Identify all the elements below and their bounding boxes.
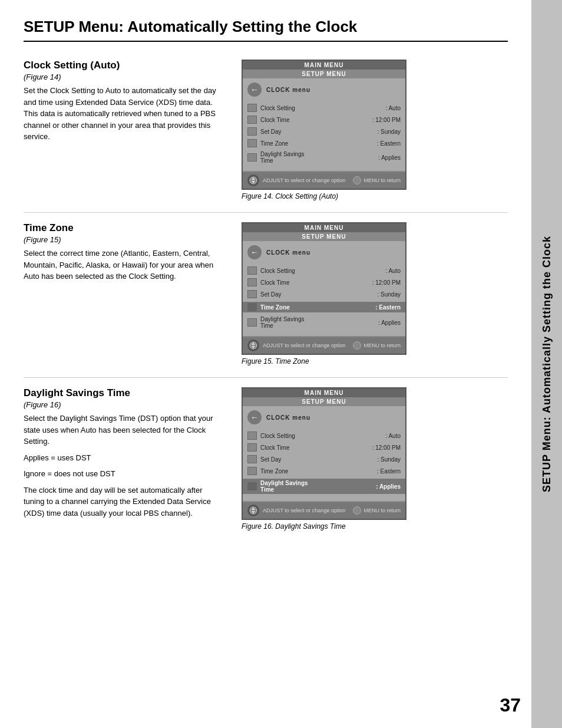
section-body-clock: Set the Clock Setting to Auto to automat… — [24, 85, 224, 143]
dst-body-ignore: Ignore = does not use DST — [24, 468, 224, 480]
clock-menu-label-16: CLOCK menu — [266, 414, 310, 421]
menu-item-16-clock-time: Clock Time : 12:00 PM — [247, 443, 401, 452]
section-figure-label-15: (Figure 15) — [24, 235, 224, 244]
figure-caption-14: Figure 14. Clock Setting (Auto) — [242, 192, 508, 200]
menu-main-title-16: MAIN MENU — [243, 388, 405, 397]
menu-item-label-clock-setting: Clock Setting — [260, 105, 382, 111]
adjust-icon — [247, 174, 259, 186]
menu-item-icon — [247, 116, 257, 124]
menu-mockup-fig14: MAIN MENU SETUP MENU ← CLOCK menu Clock … — [242, 60, 406, 190]
menu-footer-15: ADJUST to select or change option MENU t… — [243, 337, 405, 354]
menu-mockup-fig16: MAIN MENU SETUP MENU ← CLOCK menu Clock … — [242, 387, 406, 520]
menu-footer-16: ADJUST to select or change option MENU t… — [243, 502, 405, 519]
menu-setup-title-15: SETUP MENU — [243, 232, 405, 242]
menu-item-icon — [247, 139, 257, 147]
menu-item-15-clock-time: Clock Time : 12:00 PM — [247, 278, 401, 286]
menu-footer-return-text: MENU to return — [363, 177, 401, 183]
menu-item-label-set-day: Set Day — [260, 129, 374, 135]
clock-icon: ← — [247, 83, 262, 97]
section-body-timezone: Select the correct time zone (Atlantic, … — [24, 248, 224, 282]
menu-footer-return: MENU to return — [353, 176, 401, 185]
divider-1 — [24, 212, 508, 213]
menu-item-value-dst: : Applies — [378, 154, 401, 161]
clock-menu-label-15: CLOCK menu — [266, 249, 310, 256]
section-title-clock: Clock Setting (Auto) — [24, 60, 224, 71]
menu-item-16-time-zone: Time Zone : Eastern — [247, 467, 401, 475]
menu-footer: ADJUST to select or change option MENU t… — [243, 172, 405, 189]
clock-icon-15: ← — [247, 245, 262, 259]
menu-item-clock-setting: Clock Setting : Auto — [247, 104, 401, 112]
menu-footer-adjust-text: ADJUST to select or change option — [263, 177, 349, 183]
adjust-icon-15 — [247, 340, 259, 351]
menu-item-icon — [247, 153, 257, 162]
menu-main-title-15: MAIN MENU — [243, 223, 405, 232]
menu-item-value-clock-time: : 12:00 PM — [372, 117, 401, 123]
section-clock-setting: Clock Setting (Auto) (Figure 14) Set the… — [24, 60, 508, 200]
menu-setup-title: SETUP MENU — [243, 70, 405, 79]
section-title-dst: Daylight Savings Time — [24, 387, 224, 399]
page-number: 37 — [500, 694, 521, 716]
menu-item-value-time-zone: : Eastern — [377, 140, 401, 147]
menu-item-value-clock-setting: : Auto — [385, 105, 401, 111]
menu-item-time-zone: Time Zone : Eastern — [247, 139, 401, 147]
menu-item-16-set-day: Set Day : Sunday — [247, 455, 401, 463]
menu-item-dst: Daylight SavingsTime : Applies — [247, 151, 401, 164]
menu-footer-return-16: MENU to return — [353, 506, 401, 515]
menu-item-value-set-day: : Sunday — [378, 129, 401, 135]
divider-2 — [24, 377, 508, 378]
return-icon — [353, 176, 361, 185]
section-time-zone: Time Zone (Figure 15) Select the correct… — [24, 222, 508, 365]
menu-item-16-clock-setting: Clock Setting : Auto — [247, 431, 401, 440]
menu-item-clock-time: Clock Time : 12:00 PM — [247, 116, 401, 124]
menu-item-label-dst: Daylight SavingsTime — [260, 151, 375, 164]
menu-main-title: MAIN MENU — [243, 61, 405, 70]
menu-footer-return-15: MENU to return — [353, 341, 401, 350]
menu-item-15-time-zone-highlighted: Time Zone : Eastern — [243, 302, 405, 312]
menu-mockup-fig15: MAIN MENU SETUP MENU ← CLOCK menu Clock … — [242, 222, 406, 355]
figure-caption-16: Figure 16. Daylight Savings Time — [242, 522, 508, 531]
menu-item-icon — [247, 127, 257, 136]
menu-footer-adjust-text-16: ADJUST to select or change option — [263, 508, 349, 513]
side-tab: SETUP Menu: Automatically Setting the Cl… — [531, 0, 562, 728]
dst-body-1: Select the Daylight Savings Time (DST) o… — [24, 413, 224, 447]
section-dst: Daylight Savings Time (Figure 16) Select… — [24, 387, 508, 531]
menu-setup-title-16: SETUP MENU — [243, 397, 405, 407]
menu-item-set-day: Set Day : Sunday — [247, 127, 401, 136]
menu-item-label-time-zone: Time Zone — [260, 140, 373, 147]
section-figure-label-16: (Figure 16) — [24, 400, 224, 409]
menu-item-15-set-day: Set Day : Sunday — [247, 290, 401, 298]
menu-item-label-clock-time: Clock Time — [260, 117, 369, 123]
clock-icon-16: ← — [247, 410, 262, 424]
adjust-icon-16 — [247, 505, 259, 516]
clock-menu-label: CLOCK menu — [266, 87, 310, 93]
dst-body-3: The clock time and day will be set autom… — [24, 485, 224, 519]
menu-item-icon — [247, 104, 257, 112]
section-title-timezone: Time Zone — [24, 222, 224, 234]
section-figure-label-14: (Figure 14) — [24, 73, 224, 81]
page-title: SETUP Menu: Automatically Setting the Cl… — [24, 18, 508, 42]
menu-item-16-dst-highlighted: Daylight SavingsTime : Applies — [243, 479, 405, 494]
section-body-dst: Select the Daylight Savings Time (DST) o… — [24, 413, 224, 519]
menu-item-15-clock-setting: Clock Setting : Auto — [247, 266, 401, 275]
menu-item-15-dst: Daylight SavingsTime : Applies — [247, 316, 401, 329]
figure-caption-15: Figure 15. Time Zone — [242, 357, 508, 365]
dst-body-applies: Applies = uses DST — [24, 452, 224, 464]
menu-footer-adjust-text-15: ADJUST to select or change option — [263, 342, 349, 348]
